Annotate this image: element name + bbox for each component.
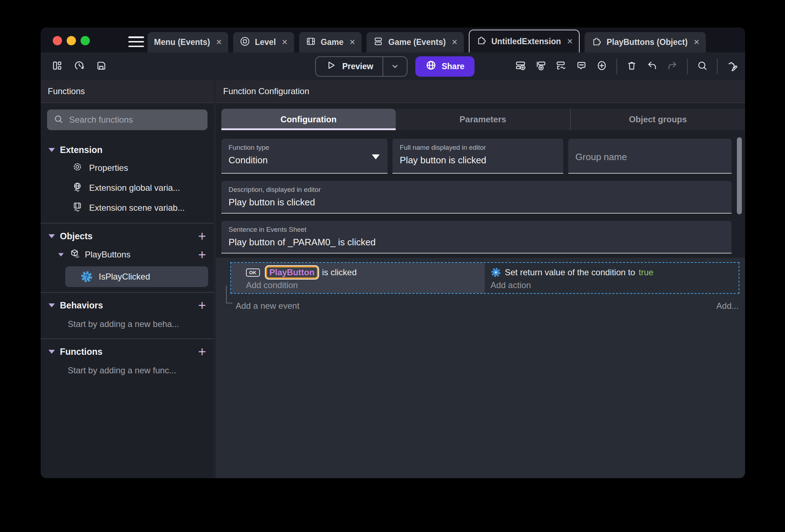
events-footer: Add a new event Add... xyxy=(236,301,739,311)
search-icon[interactable] xyxy=(697,60,708,73)
toolbar-separator xyxy=(717,58,718,74)
add-behavior-button[interactable]: + xyxy=(198,298,206,312)
chevron-down-icon[interactable] xyxy=(48,350,55,354)
gear-icon xyxy=(72,162,83,174)
actions-column[interactable]: Set return value of the condition to tru… xyxy=(485,263,739,293)
add-event-icon[interactable] xyxy=(515,60,526,73)
comment-icon[interactable] xyxy=(576,60,587,73)
conditions-column[interactable]: OK PlayButton is clicked Add condition xyxy=(231,263,485,293)
add-free-function-button[interactable]: + xyxy=(198,345,206,358)
globe-variable-icon xyxy=(72,181,83,194)
add-new-event-link[interactable]: Add a new event xyxy=(236,301,299,311)
object-2d-cube-icon: 2D xyxy=(69,248,80,261)
section-objects[interactable]: Objects + xyxy=(41,228,214,244)
search-functions-input[interactable] xyxy=(69,115,201,125)
play-icon xyxy=(325,60,337,73)
share-button[interactable]: Share xyxy=(415,56,474,77)
tab-label: Menu (Events) xyxy=(154,37,210,47)
close-icon[interactable]: × xyxy=(350,37,355,48)
function-type-select[interactable]: Function type Condition xyxy=(221,139,388,174)
add-condition-icon[interactable] xyxy=(555,60,567,73)
toolbar-left xyxy=(51,60,107,73)
action-value-true[interactable]: true xyxy=(639,267,653,277)
tab-untitled-extension[interactable]: UntitledExtension × xyxy=(469,30,580,52)
preview-options-dropdown[interactable] xyxy=(383,57,407,76)
section-functions[interactable]: Functions + xyxy=(41,343,214,360)
close-icon[interactable]: × xyxy=(452,37,457,48)
version-history-icon[interactable] xyxy=(73,60,85,73)
trash-icon[interactable] xyxy=(626,60,637,73)
titlebar: Menu (Events) × Level × Game × Game (Eve… xyxy=(41,27,745,52)
section-behaviors[interactable]: Behaviors + xyxy=(41,297,214,313)
scene-variable-icon xyxy=(72,201,83,214)
full-name-field[interactable]: Full name displayed in editor Play butto… xyxy=(392,139,563,174)
field-label: Full name displayed in editor xyxy=(400,144,556,152)
add-circle-icon[interactable] xyxy=(596,60,607,73)
section-label: Behaviors xyxy=(60,300,193,311)
item-label: Extension global varia... xyxy=(89,183,180,193)
redo-icon[interactable] xyxy=(667,60,678,73)
sidebar-item-extension-global-variables[interactable]: Extension global varia... xyxy=(41,178,214,198)
tab-playbuttons-object[interactable]: PlayButtons (Object) × xyxy=(585,32,706,52)
add-subevent-icon[interactable] xyxy=(535,60,547,73)
chevron-down-icon[interactable] xyxy=(48,303,55,307)
tab-label: UntitledExtension xyxy=(491,37,561,46)
dropdown-arrow-icon xyxy=(372,154,380,159)
add-object-button[interactable]: + xyxy=(198,229,206,243)
tab-game-events[interactable]: Game (Events) × xyxy=(366,32,464,52)
condition-object-name[interactable]: PlayButton xyxy=(266,266,319,279)
field-label: Function type xyxy=(229,144,380,152)
condition-function-icon: ? xyxy=(80,270,93,283)
sidebar-item-extension-scene-variables[interactable]: Extension scene variab... xyxy=(41,198,214,218)
chevron-down-icon[interactable] xyxy=(58,253,63,256)
add-more-link[interactable]: Add... xyxy=(716,301,739,311)
description-field[interactable]: Description, displayed in editor Play bu… xyxy=(221,181,732,214)
tab-configuration[interactable]: Configuration xyxy=(221,109,396,130)
home-dashboard-icon[interactable] xyxy=(51,60,63,73)
menu-hamburger-icon[interactable] xyxy=(128,36,144,47)
close-icon[interactable]: × xyxy=(216,37,222,48)
tab-object-groups[interactable]: Object groups xyxy=(570,109,745,130)
fields-row: Function type Condition Full name displa… xyxy=(221,139,732,174)
sidebar-item-properties[interactable]: Properties xyxy=(41,158,214,178)
functions-empty-hint: Start by adding a new func... xyxy=(41,365,214,380)
return-value-gear-icon xyxy=(491,267,501,278)
event-bracket xyxy=(226,286,232,303)
item-label: Extension scene variab... xyxy=(89,203,185,213)
field-label: Sentence in Events Sheet xyxy=(229,226,724,234)
undo-icon[interactable] xyxy=(646,60,658,73)
scrollbar-thumb[interactable] xyxy=(737,137,742,214)
tab-game[interactable]: Game × xyxy=(299,32,362,52)
edit-extension-icon[interactable] xyxy=(727,60,738,73)
chevron-down-icon[interactable] xyxy=(48,148,55,152)
divider xyxy=(41,338,214,339)
save-icon[interactable] xyxy=(96,60,107,73)
functions-tree: Extension Properties Extension global va… xyxy=(41,130,214,478)
group-name-field[interactable]: Group name xyxy=(568,139,732,174)
event-row-selected[interactable]: OK PlayButton is clicked Add condition S… xyxy=(230,262,739,294)
tab-parameters[interactable]: Parameters xyxy=(396,109,570,130)
toolbar-separator xyxy=(687,58,688,74)
close-icon[interactable]: × xyxy=(694,37,699,48)
add-condition-link[interactable]: Add condition xyxy=(246,280,485,290)
sidebar-item-isplayclicked-selected[interactable]: ? IsPlayClicked xyxy=(65,266,208,287)
preview-button[interactable]: Preview xyxy=(315,56,407,77)
add-action-link[interactable]: Add action xyxy=(491,280,739,290)
sentence-field[interactable]: Sentence in Events Sheet Play button of … xyxy=(221,221,732,254)
chevron-down-icon[interactable] xyxy=(48,234,55,238)
zoom-window-button[interactable] xyxy=(81,36,90,45)
tab-level[interactable]: Level × xyxy=(233,32,294,52)
minimize-window-button[interactable] xyxy=(67,36,76,45)
sidebar-item-playbuttons[interactable]: 2D PlayButtons + xyxy=(41,244,214,265)
app-window: Menu (Events) × Level × Game × Game (Eve… xyxy=(41,27,745,478)
close-window-button[interactable] xyxy=(53,36,62,45)
section-extension[interactable]: Extension xyxy=(41,142,214,158)
globe-icon xyxy=(425,60,437,73)
search-functions-box[interactable] xyxy=(47,109,207,130)
content: Functions Extension Properties Extension… xyxy=(41,80,745,478)
tab-menu-events[interactable]: Menu (Events) × xyxy=(148,32,228,52)
close-icon[interactable]: × xyxy=(567,36,573,47)
add-function-to-object-button[interactable]: + xyxy=(198,248,206,261)
close-icon[interactable]: × xyxy=(282,37,288,48)
condition-text: is clicked xyxy=(322,267,356,277)
